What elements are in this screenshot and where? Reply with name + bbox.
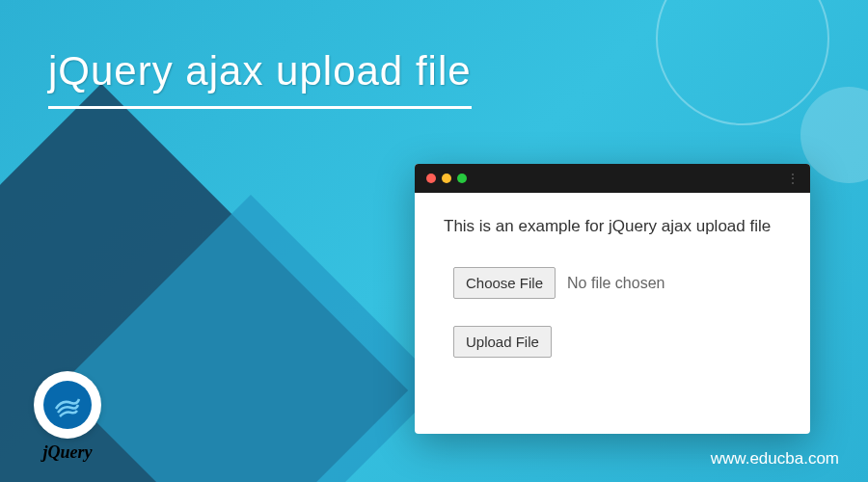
- maximize-icon[interactable]: [457, 174, 467, 183]
- logo-circle-outer: [34, 371, 101, 439]
- jquery-wave-icon: [52, 389, 83, 420]
- bg-circle-fill: [800, 87, 868, 183]
- window-menu-icon[interactable]: ⋮: [787, 172, 799, 185]
- upload-row: Upload File: [444, 326, 781, 358]
- file-status-text: No file chosen: [567, 275, 665, 292]
- browser-window: ⋮ This is an example for jQuery ajax upl…: [415, 164, 810, 434]
- close-icon[interactable]: [426, 174, 436, 183]
- minimize-icon[interactable]: [442, 174, 451, 183]
- logo-text: jQuery: [43, 442, 93, 463]
- upload-file-button[interactable]: Upload File: [453, 326, 552, 358]
- page-title: jQuery ajax upload file: [48, 48, 472, 109]
- jquery-logo: jQuery: [34, 371, 101, 463]
- bg-circle-outline: [656, 0, 829, 125]
- example-heading: This is an example for jQuery ajax uploa…: [444, 217, 781, 236]
- browser-content: This is an example for jQuery ajax uploa…: [415, 193, 810, 382]
- choose-file-button[interactable]: Choose File: [453, 267, 556, 299]
- website-url: www.educba.com: [711, 449, 839, 469]
- file-input-row: Choose File No file chosen: [444, 267, 781, 299]
- logo-circle-inner: [43, 381, 92, 429]
- browser-titlebar: ⋮: [415, 164, 810, 193]
